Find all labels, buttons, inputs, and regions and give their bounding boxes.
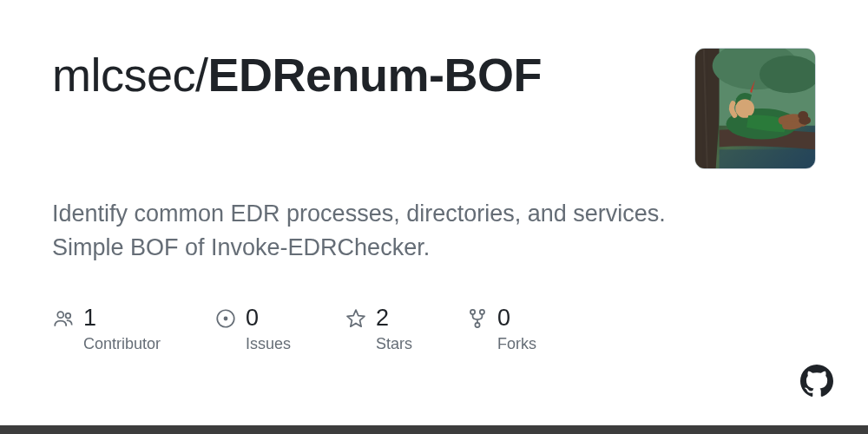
svg-point-9 <box>66 313 71 319</box>
repo-owner: mlcsec <box>52 49 195 101</box>
github-icon[interactable] <box>800 365 833 398</box>
avatar[interactable] <box>694 48 816 169</box>
stat-top: 2 <box>345 305 412 332</box>
people-icon <box>52 307 75 330</box>
stats-row: 1 Contributor 0 Issues 2 Stars <box>52 305 816 353</box>
stat-label: Issues <box>246 335 291 353</box>
fork-icon <box>466 307 489 330</box>
repo-card: mlcsec/EDRenum-BOF <box>0 0 868 434</box>
stat-label: Stars <box>376 335 412 353</box>
stat-top: 1 <box>52 305 161 332</box>
stat-top: 0 <box>466 305 536 332</box>
footer-bar <box>0 425 868 434</box>
title-block: mlcsec/EDRenum-BOF <box>52 48 694 102</box>
repo-separator: / <box>195 49 208 101</box>
svg-rect-7 <box>720 149 815 168</box>
stat-value: 1 <box>83 305 96 332</box>
svg-point-14 <box>475 323 479 327</box>
stat-top: 0 <box>214 305 291 332</box>
repo-description: Identify common EDR processes, directori… <box>52 197 668 265</box>
stat-label: Contributor <box>83 335 161 353</box>
star-icon <box>345 307 367 330</box>
svg-point-12 <box>470 310 475 314</box>
stat-forks[interactable]: 0 Forks <box>466 305 536 353</box>
header-row: mlcsec/EDRenum-BOF <box>52 48 816 169</box>
stat-label: Forks <box>497 335 536 353</box>
stat-value: 0 <box>497 305 510 332</box>
issue-icon <box>214 307 237 330</box>
stat-value: 0 <box>246 305 259 332</box>
svg-point-4 <box>735 99 754 118</box>
repo-name: EDRenum-BOF <box>208 49 542 101</box>
svg-point-13 <box>480 310 484 314</box>
svg-point-11 <box>224 316 228 320</box>
stat-value: 2 <box>376 305 389 332</box>
repo-title[interactable]: mlcsec/EDRenum-BOF <box>52 48 668 102</box>
svg-point-8 <box>57 312 63 318</box>
svg-point-6 <box>798 111 808 120</box>
stat-contributors[interactable]: 1 Contributor <box>52 305 161 353</box>
stat-issues[interactable]: 0 Issues <box>214 305 291 353</box>
stat-stars[interactable]: 2 Stars <box>345 305 412 353</box>
